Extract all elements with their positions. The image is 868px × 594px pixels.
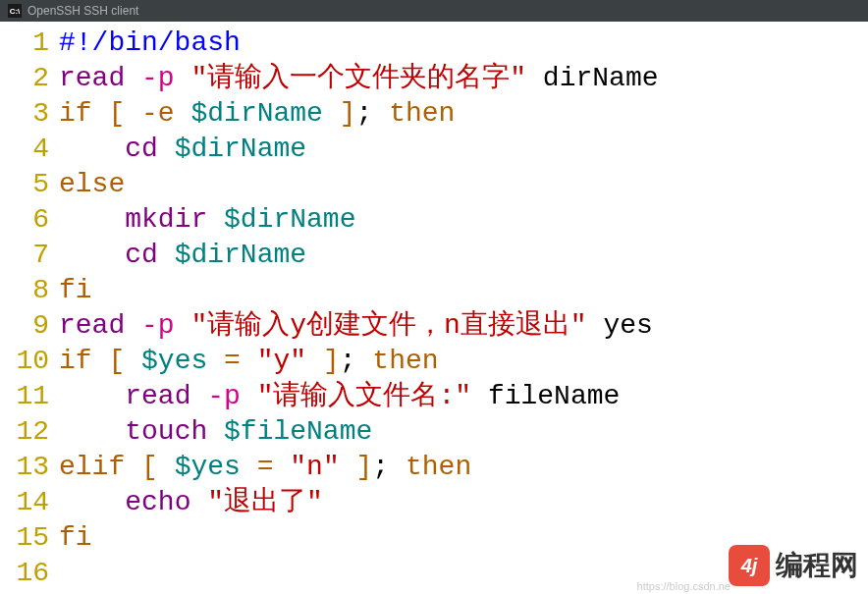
code-content[interactable]: cd $dirName	[59, 238, 868, 273]
code-line[interactable]: 13elif [ $yes = "n" ]; then	[0, 450, 868, 485]
code-line[interactable]: 14 echo "退出了"	[0, 485, 868, 520]
code-line[interactable]: 10if [ $yes = "y" ]; then	[0, 344, 868, 379]
code-content[interactable]: read -p "请输入文件名:" fileName	[59, 379, 868, 414]
code-line[interactable]: 12 touch $fileName	[0, 414, 868, 450]
code-line[interactable]: 7 cd $dirName	[0, 238, 868, 273]
code-line[interactable]: 4 cd $dirName	[0, 132, 868, 167]
code-line[interactable]: 9read -p "请输入y创建文件，n直接退出" yes	[0, 308, 868, 344]
code-content[interactable]: fi	[59, 273, 868, 308]
line-number: 1	[0, 26, 59, 61]
line-number: 16	[0, 556, 59, 591]
line-number: 11	[0, 379, 59, 414]
code-line[interactable]: 5else	[0, 167, 868, 202]
code-content[interactable]: if [ $yes = "y" ]; then	[59, 344, 868, 379]
watermark: 4j 编程网	[729, 545, 858, 586]
line-number: 5	[0, 167, 59, 202]
line-number: 10	[0, 344, 59, 379]
code-line[interactable]: 8fi	[0, 273, 868, 308]
code-content[interactable]: touch $fileName	[59, 414, 868, 450]
code-line[interactable]: 1#!/bin/bash	[0, 26, 868, 61]
watermark-text: 编程网	[776, 547, 858, 584]
code-content[interactable]: cd $dirName	[59, 132, 868, 167]
code-content[interactable]: read -p "请输入y创建文件，n直接退出" yes	[59, 308, 868, 344]
line-number: 12	[0, 414, 59, 450]
code-content[interactable]: read -p "请输入一个文件夹的名字" dirName	[59, 61, 868, 96]
code-content[interactable]: else	[59, 167, 868, 202]
line-number: 7	[0, 238, 59, 273]
code-line[interactable]: 6 mkdir $dirName	[0, 202, 868, 238]
code-line[interactable]: 2read -p "请输入一个文件夹的名字" dirName	[0, 61, 868, 96]
code-content[interactable]: echo "退出了"	[59, 485, 868, 520]
code-content[interactable]: if [ -e $dirName ]; then	[59, 96, 868, 132]
line-number: 13	[0, 450, 59, 485]
code-editor[interactable]: 1#!/bin/bash2read -p "请输入一个文件夹的名字" dirNa…	[0, 22, 868, 594]
line-number: 6	[0, 202, 59, 238]
code-line[interactable]: 11 read -p "请输入文件名:" fileName	[0, 379, 868, 414]
app-icon: C:\	[8, 4, 22, 18]
code-content[interactable]: elif [ $yes = "n" ]; then	[59, 450, 868, 485]
code-content[interactable]: mkdir $dirName	[59, 202, 868, 238]
line-number: 15	[0, 520, 59, 556]
line-number: 3	[0, 96, 59, 132]
line-number: 4	[0, 132, 59, 167]
line-number: 8	[0, 273, 59, 308]
titlebar: C:\ OpenSSH SSH client	[0, 0, 868, 22]
code-content[interactable]: #!/bin/bash	[59, 26, 868, 61]
watermark-url: https://blog.csdn.ne	[637, 580, 731, 592]
window-title: OpenSSH SSH client	[27, 4, 138, 18]
watermark-logo-icon: 4j	[729, 545, 770, 586]
line-number: 2	[0, 61, 59, 96]
line-number: 14	[0, 485, 59, 520]
line-number: 9	[0, 308, 59, 344]
code-line[interactable]: 3if [ -e $dirName ]; then	[0, 96, 868, 132]
